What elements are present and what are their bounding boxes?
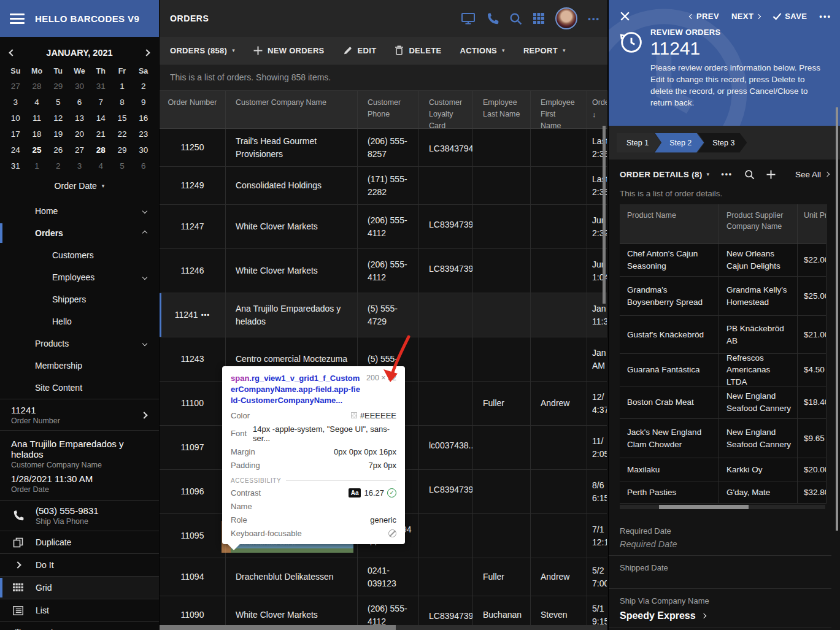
field-required-date[interactable]: Required Date Required Date (609, 519, 831, 556)
table-row[interactable]: 11241 ••• Ana Trujillo Emparedados y hel… (160, 293, 607, 337)
calendar-day[interactable]: 13 (69, 110, 90, 126)
calendar-day[interactable]: 22 (112, 126, 133, 142)
calendar-day[interactable]: 15 (112, 110, 133, 126)
calendar-day[interactable]: 25 (26, 142, 48, 158)
close-icon[interactable] (620, 11, 630, 21)
delete-button[interactable]: DELETE (395, 45, 441, 55)
calendar-day[interactable]: 18 (26, 126, 48, 142)
phone-icon[interactable] (486, 12, 499, 25)
horizontal-scrollbar-thumb[interactable] (160, 625, 396, 630)
calendar-day[interactable]: 1 (112, 79, 133, 94)
calendar-day[interactable]: 4 (26, 94, 48, 110)
next-button[interactable]: NEXT (731, 12, 760, 21)
column-header-company[interactable]: Customer Company Name (226, 91, 358, 128)
panel-scrollbar-thumb[interactable] (836, 107, 838, 531)
step-chip[interactable]: Step 1 (617, 133, 661, 153)
calendar-day[interactable]: 28 (26, 79, 48, 94)
action-grid[interactable]: Grid (0, 576, 159, 599)
order-date-filter[interactable]: Order Date ▾ (5, 174, 154, 198)
prev-button[interactable]: PREV (690, 12, 719, 21)
sidebar-item-customers[interactable]: Customers (0, 244, 159, 266)
step-chip[interactable]: Step 2 (655, 133, 704, 153)
calendar-day[interactable]: 24 (5, 142, 26, 158)
sidebar-item-site-content[interactable]: Site Content (0, 377, 159, 399)
column-header-emp-first[interactable]: Employee First Name (531, 91, 587, 128)
table-row[interactable]: 11250 ••• Trail's Head Gourmet Provision… (160, 129, 607, 167)
calendar-day[interactable]: 11 (26, 110, 48, 126)
calendar-day[interactable]: 26 (47, 142, 69, 158)
calendar-day[interactable]: 30 (69, 79, 90, 94)
calendar-day[interactable]: 3 (69, 158, 90, 174)
table-row[interactable]: 11247 ••• White Clover Markets (206) 555… (160, 205, 607, 249)
ship-via-phone-row[interactable]: (503) 555-9831 Ship Via Phone (0, 500, 159, 531)
calendar-day[interactable]: 3 (5, 94, 26, 110)
calendar-day[interactable]: 30 (133, 142, 154, 158)
details-search-icon[interactable] (744, 169, 755, 180)
calendar-day[interactable]: 16 (133, 110, 154, 126)
search-icon[interactable] (509, 12, 522, 25)
record-summary[interactable]: 11241 Order Number (0, 399, 159, 430)
details-row[interactable]: Guaraná Fantástica Refrescos Americanas … (620, 354, 827, 386)
calendar-day[interactable]: 29 (47, 79, 69, 94)
action-duplicate[interactable]: Duplicate (0, 531, 159, 553)
sidebar-item-employees[interactable]: Employees (0, 266, 159, 288)
details-add-icon[interactable] (766, 170, 776, 179)
details-row[interactable]: Gustaf's Knäckebröd PB Knäckebröd AB $21… (620, 316, 827, 354)
calendar-day[interactable]: 6 (133, 158, 154, 174)
monitor-icon[interactable] (461, 12, 476, 25)
sidebar-item-membership[interactable]: Membership (0, 355, 159, 377)
more-options-icon[interactable]: ••• (588, 14, 600, 23)
column-header-product[interactable]: Product Name (620, 204, 719, 244)
calendar-day[interactable]: 27 (5, 79, 26, 94)
action-settings[interactable]: ⚙ Settings (0, 621, 159, 630)
calendar-day[interactable]: 27 (69, 142, 90, 158)
details-row[interactable]: Boston Crab Meat New England Seafood Can… (620, 386, 827, 419)
table-row[interactable]: 11246 ••• White Clover Markets (206) 555… (160, 249, 607, 293)
sidebar-item-shippers[interactable]: Shippers (0, 288, 159, 310)
column-header-loyalty[interactable]: Customer Loyalty Card (419, 91, 473, 128)
calendar-day[interactable]: 19 (47, 126, 69, 142)
calendar-day[interactable]: 6 (69, 94, 90, 110)
row-actions-icon[interactable]: ••• (201, 310, 210, 320)
action-list[interactable]: List (0, 599, 159, 621)
calendar-day[interactable]: 28 (90, 142, 112, 158)
calendar-next-icon[interactable] (143, 49, 150, 56)
calendar-day[interactable]: 14 (90, 110, 112, 126)
avatar[interactable] (555, 7, 577, 29)
details-horizontal-scrollbar[interactable] (620, 505, 825, 509)
calendar-day[interactable]: 2 (133, 79, 154, 94)
calendar-day[interactable]: 8 (112, 94, 133, 110)
see-all-link[interactable]: See All (795, 170, 829, 179)
apps-grid-icon[interactable] (533, 12, 545, 25)
table-row[interactable]: 11094 ••• Drachenblut Delikatessen 0241-… (160, 558, 607, 596)
table-row[interactable]: 11249 ••• Consolidated Holdings (171) 55… (160, 167, 607, 205)
horizontal-scrollbar[interactable] (160, 625, 607, 630)
sidebar-item-orders[interactable]: Orders (0, 222, 159, 244)
calendar-day[interactable]: 31 (90, 79, 112, 94)
actions-dropdown[interactable]: ACTIONS ▾ (460, 46, 504, 55)
details-row[interactable]: Grandma's Boysenberry Spread Grandma Kel… (620, 277, 827, 316)
details-more-icon[interactable]: ••• (721, 170, 733, 179)
calendar-day[interactable]: 29 (112, 142, 133, 158)
calendar-day[interactable]: 4 (90, 158, 112, 174)
column-header-unit-price[interactable]: Unit Price (798, 204, 827, 244)
calendar-day[interactable]: 23 (133, 126, 154, 142)
step-chip[interactable]: Step 3 (698, 133, 747, 153)
calendar-day[interactable]: 9 (133, 94, 154, 110)
calendar-day[interactable]: 20 (69, 126, 90, 142)
calendar-day[interactable]: 7 (90, 94, 112, 110)
field-ship-via-company[interactable]: Ship Via Company Name Speedy Express (609, 589, 831, 628)
order-details-dropdown[interactable]: ORDER DETAILS (8) ▾ (620, 170, 709, 179)
sidebar-item-products[interactable]: Products (0, 332, 159, 355)
save-button[interactable]: SAVE (773, 12, 807, 21)
calendar-day[interactable]: 5 (47, 94, 69, 110)
calendar-day[interactable]: 12 (47, 110, 69, 126)
calendar-day[interactable]: 2 (47, 158, 69, 174)
details-scrollbar-thumb[interactable] (659, 505, 749, 509)
column-header-supplier[interactable]: Product Supplier Company Name (719, 204, 798, 244)
column-header-phone[interactable]: Customer Phone (358, 91, 419, 128)
calendar-day[interactable]: 17 (5, 126, 26, 142)
details-row[interactable]: Chef Anton's Cajun Seasoning New Orleans… (620, 244, 827, 277)
calendar-day[interactable]: 10 (5, 110, 26, 126)
sidebar-item-hello[interactable]: Hello (0, 310, 159, 332)
